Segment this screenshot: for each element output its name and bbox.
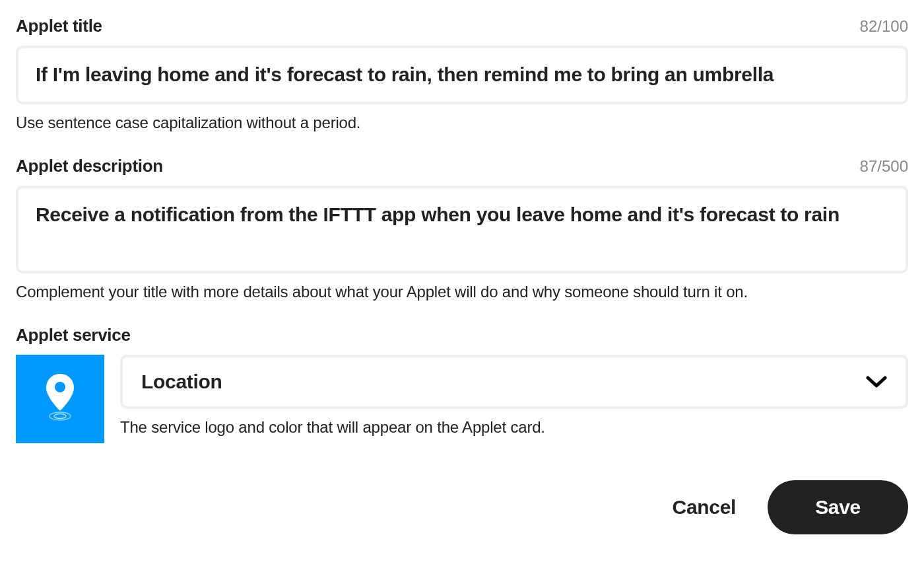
applet-service-group: Applet service Location — [16, 325, 908, 443]
applet-service-select[interactable]: Location — [120, 355, 908, 409]
cancel-button[interactable]: Cancel — [673, 496, 737, 519]
applet-service-label: Applet service — [16, 325, 131, 345]
applet-title-helper: Use sentence case capitalization without… — [16, 114, 908, 132]
svg-point-0 — [55, 382, 65, 392]
applet-description-label: Applet description — [16, 156, 163, 176]
location-pin-icon — [42, 371, 79, 427]
applet-description-input[interactable] — [18, 188, 906, 268]
applet-service-helper: The service logo and color that will app… — [120, 418, 908, 437]
applet-title-char-count: 82/100 — [860, 17, 908, 36]
applet-description-group: Applet description 87/500 Complement you… — [16, 156, 908, 301]
service-icon-box — [16, 355, 104, 443]
applet-title-label: Applet title — [16, 16, 102, 36]
actions-row: Cancel Save — [16, 480, 908, 534]
applet-description-helper: Complement your title with more details … — [16, 283, 908, 301]
applet-service-selected-value: Location — [141, 371, 222, 393]
save-button[interactable]: Save — [768, 480, 908, 534]
svg-point-2 — [54, 414, 66, 418]
applet-title-group: Applet title 82/100 Use sentence case ca… — [16, 16, 908, 132]
applet-description-char-count: 87/500 — [860, 157, 908, 176]
chevron-down-icon — [866, 375, 887, 388]
applet-title-input[interactable] — [18, 48, 906, 102]
